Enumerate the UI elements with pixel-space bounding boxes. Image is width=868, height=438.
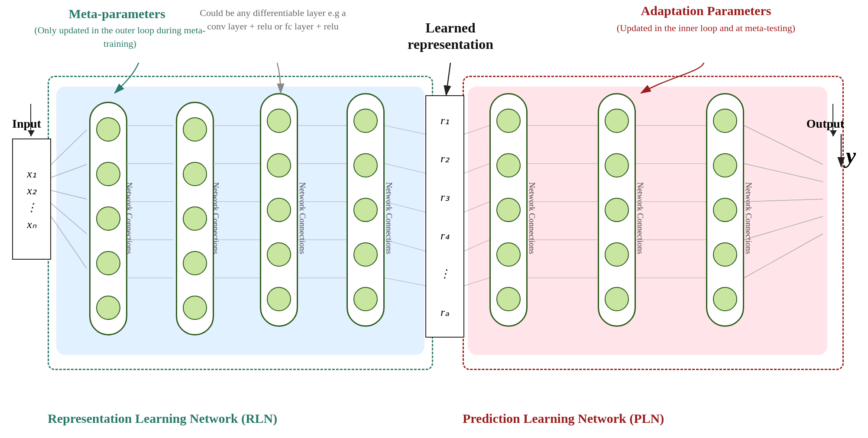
net-conn-label-4: Network Connections — [384, 182, 394, 251]
neuron — [353, 242, 378, 267]
neuron — [96, 206, 120, 231]
xn-label: xₙ — [27, 218, 36, 231]
pln-layer-3 — [706, 93, 749, 344]
neuron — [713, 242, 737, 267]
r1-label: r₁ — [440, 114, 449, 127]
rln-layer-4 — [347, 93, 390, 344]
r4-label: r₄ — [440, 229, 449, 242]
x2-label: x₂ — [27, 184, 36, 197]
neuron — [267, 242, 291, 267]
x1-label: x₁ — [27, 167, 36, 180]
neuron — [96, 117, 120, 142]
neuron — [267, 287, 291, 311]
meta-params-sub: (Only updated in the outer loop during m… — [23, 24, 217, 51]
neuron — [267, 153, 291, 177]
neuron — [267, 109, 291, 133]
output-label: Output — [806, 117, 844, 131]
neuron — [496, 242, 521, 267]
rdots-label: ⋮ — [439, 267, 450, 280]
neuron — [605, 153, 629, 177]
neuron — [96, 162, 120, 186]
output-y: y — [846, 143, 856, 168]
neuron — [96, 251, 120, 275]
neuron — [353, 109, 378, 133]
neuron — [496, 153, 521, 177]
neuron — [353, 287, 378, 311]
neuron — [713, 198, 737, 222]
rln-layer-1 — [87, 93, 130, 344]
any-layer-text: Could be any differentiable layer e.g a … — [191, 6, 355, 33]
adapt-params-sub: (Updated in the inner loop and at meta-t… — [598, 22, 814, 35]
net-conn-label-7: Network Connections — [744, 182, 753, 251]
neuron — [96, 296, 120, 320]
net-conn-label-6: Network Connections — [635, 182, 645, 251]
neuron — [183, 117, 207, 142]
neuron — [353, 198, 378, 222]
neuron — [605, 242, 629, 267]
neuron — [183, 162, 207, 186]
input-label: Input — [12, 117, 41, 131]
neuron — [496, 198, 521, 222]
input-box: x₁ x₂ ⋮ xₙ — [12, 138, 51, 260]
neuron — [183, 296, 207, 320]
neuron — [605, 109, 629, 133]
xdots-label: ⋮ — [26, 201, 37, 214]
neuron — [183, 206, 207, 231]
input-arrow — [30, 104, 31, 136]
neuron — [605, 198, 629, 222]
neuron — [713, 287, 737, 311]
net-conn-label-1: Network Connections — [124, 182, 134, 251]
r3-label: r₃ — [440, 190, 449, 204]
rln-layer-3 — [260, 93, 303, 344]
neuron — [713, 109, 737, 133]
net-conn-label-2: Network Connections — [211, 182, 220, 251]
pln-layer-2 — [598, 93, 641, 344]
learned-repr-label: Learned representation — [403, 19, 498, 53]
neuron — [605, 287, 629, 311]
pln-label: Prediction Learning Network (PLN) — [463, 411, 664, 426]
neuron — [183, 251, 207, 275]
rd-label: rₐ — [440, 306, 449, 319]
rln-label: Representation Learning Network (RLN) — [48, 411, 277, 426]
rln-layer-2 — [173, 93, 217, 344]
neuron — [353, 153, 378, 177]
neuron — [496, 109, 521, 133]
neuron — [713, 153, 737, 177]
repr-vector-box: r₁ r₂ r₃ r₄ ⋮ rₐ — [425, 95, 464, 338]
meta-params-title: Meta-parameters — [43, 6, 191, 21]
pln-layer-1 — [489, 93, 533, 344]
output-arrow — [832, 104, 833, 136]
net-conn-label-5: Network Connections — [527, 182, 537, 251]
neuron — [267, 198, 291, 222]
adapt-params-title: Adaptation Parameters — [598, 3, 814, 18]
r2-label: r₂ — [440, 152, 449, 165]
net-conn-label-3: Network Connections — [298, 182, 307, 251]
neuron — [496, 287, 521, 311]
diagram: Meta-parameters (Only updated in the out… — [0, 0, 868, 438]
